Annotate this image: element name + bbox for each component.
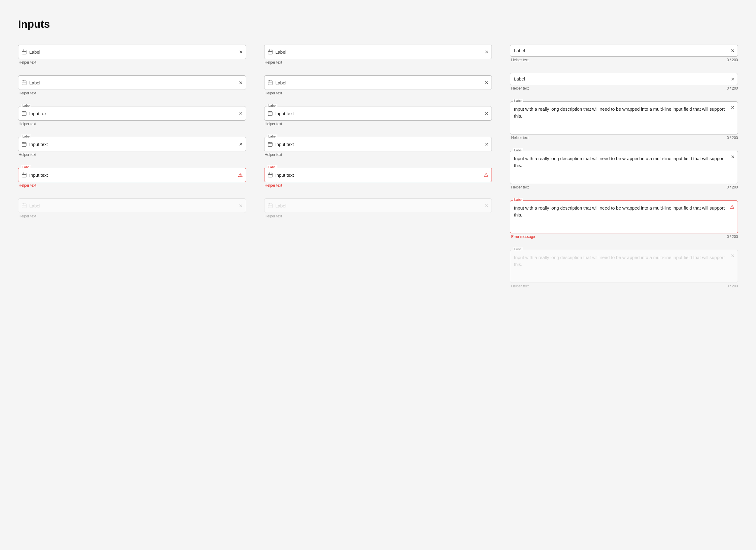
float-label: Label <box>267 165 277 169</box>
input-group: Label ✕ Helper text <box>18 106 246 126</box>
textarea-group: Label ✕ Helper text 0 / 200 <box>510 73 738 90</box>
input-inner-label: Label <box>29 49 236 55</box>
svg-rect-0 <box>22 50 26 54</box>
helper-text: Helper text <box>18 214 246 218</box>
input-wrapper: Label ✕ <box>18 45 246 59</box>
text-input[interactable] <box>29 172 236 178</box>
input-wrapper: Label ✕ <box>264 137 492 151</box>
float-label: Label <box>513 198 523 201</box>
close-icon[interactable]: ✕ <box>239 49 243 55</box>
calendar-icon <box>21 172 27 178</box>
input-wrapper-error: Label ⚠ <box>18 168 246 182</box>
column-1: Label ✕ Helper text Label ✕ Helper text <box>18 45 246 288</box>
svg-rect-28 <box>268 81 272 85</box>
inputs-grid: Label ✕ Helper text Label ✕ Helper text <box>18 45 738 288</box>
input-inner-label: Label <box>275 80 482 85</box>
close-icon[interactable]: ✕ <box>485 80 489 86</box>
textarea-input: Input with a really long description tha… <box>514 254 734 278</box>
calendar-icon <box>267 172 273 178</box>
textarea-input[interactable]: Input with a really long description tha… <box>514 155 734 179</box>
textarea-group: Label Input with a really long descripti… <box>510 200 738 239</box>
close-icon[interactable]: ✕ <box>239 111 243 116</box>
helper-text: Helper text <box>18 153 246 157</box>
textarea-footer: Helper text 0 / 200 <box>510 136 738 140</box>
svg-rect-24 <box>268 50 272 54</box>
input-group: Label ✕ Helper text <box>264 45 492 65</box>
close-icon[interactable]: ✕ <box>731 76 735 82</box>
input-inner-label: Label <box>275 49 482 55</box>
helper-text: Helper text <box>264 91 492 95</box>
text-input[interactable] <box>275 172 482 178</box>
char-count: 0 / 200 <box>727 284 738 288</box>
close-icon[interactable]: ✕ <box>239 141 243 147</box>
helper-text: Helper text <box>264 122 492 126</box>
input-wrapper-disabled: Label ✕ <box>18 198 246 213</box>
helper-text: Helper text <box>18 122 246 126</box>
calendar-icon <box>21 111 27 116</box>
input-inner-label: Label <box>29 203 236 208</box>
svg-rect-32 <box>268 112 272 116</box>
error-icon: ⚠ <box>238 172 243 178</box>
calendar-icon <box>21 49 27 55</box>
textarea-wrapper: Label ✕ <box>510 73 738 85</box>
close-icon[interactable]: ✕ <box>731 154 735 160</box>
textarea-input[interactable]: Input with a really long description tha… <box>514 205 734 229</box>
textarea-wrapper: Label ✕ <box>510 45 738 57</box>
close-icon[interactable]: ✕ <box>731 105 735 110</box>
input-wrapper-error: Label ⚠ <box>264 168 492 182</box>
textarea-inner-label: Label <box>514 48 525 53</box>
text-input[interactable] <box>275 111 482 116</box>
input-group: Label ✕ Helper text <box>18 137 246 157</box>
textarea-footer: Helper text 0 / 200 <box>510 86 738 90</box>
input-group: Label ⚠ Helper text <box>264 168 492 188</box>
input-group: Label ✕ Helper text <box>264 75 492 95</box>
error-icon: ⚠ <box>484 172 489 178</box>
calendar-icon <box>267 111 273 116</box>
helper-text: Helper text <box>264 153 492 157</box>
input-wrapper: Label ✕ <box>264 106 492 121</box>
close-icon[interactable]: ✕ <box>485 111 489 116</box>
helper-text: Helper text <box>264 60 492 65</box>
input-wrapper: Label ✕ <box>264 45 492 59</box>
float-label: Label <box>513 99 523 103</box>
close-icon[interactable]: ✕ <box>485 49 489 55</box>
input-wrapper: Label ✕ <box>18 106 246 121</box>
calendar-icon <box>267 203 273 208</box>
helper-text: Helper text <box>511 86 529 90</box>
helper-text: Helper text <box>18 91 246 95</box>
input-wrapper-disabled: Label ✕ <box>264 198 492 213</box>
close-icon[interactable]: ✕ <box>731 48 735 54</box>
textarea-input[interactable]: Input with a really long description tha… <box>514 106 734 130</box>
svg-rect-4 <box>22 81 26 85</box>
helper-text: Helper text <box>511 136 529 140</box>
calendar-icon <box>267 141 273 147</box>
text-input[interactable] <box>275 142 482 147</box>
close-icon[interactable]: ✕ <box>485 141 489 147</box>
svg-rect-44 <box>268 204 272 208</box>
text-input[interactable] <box>29 111 236 116</box>
svg-rect-16 <box>22 173 26 177</box>
float-label: Label <box>513 148 523 152</box>
float-label: Label <box>267 104 277 107</box>
close-icon[interactable]: ✕ <box>239 80 243 86</box>
textarea-wrapper: Label Input with a really long descripti… <box>510 151 738 184</box>
helper-text: Helper text <box>18 60 246 65</box>
close-icon: ✕ <box>485 203 489 209</box>
svg-rect-36 <box>268 142 272 147</box>
helper-text: Helper text <box>511 58 529 62</box>
float-label: Label <box>21 104 31 107</box>
textarea-footer: Helper text 0 / 200 <box>510 185 738 189</box>
input-group: Label ✕ Helper text <box>18 198 246 218</box>
helper-text-error: Helper text <box>264 183 492 188</box>
input-group: Label ✕ Helper text <box>264 198 492 218</box>
input-group: Label ✕ Helper text <box>264 137 492 157</box>
char-count: 0 / 200 <box>727 136 738 140</box>
close-icon: ✕ <box>731 253 735 259</box>
input-inner-label: Label <box>275 203 482 208</box>
text-input[interactable] <box>29 142 236 147</box>
textarea-wrapper: Label Input with a really long descripti… <box>510 101 738 134</box>
float-label: Label <box>21 165 31 169</box>
calendar-icon <box>267 49 273 55</box>
svg-rect-20 <box>22 204 26 208</box>
textarea-footer: Error message 0 / 200 <box>510 235 738 239</box>
